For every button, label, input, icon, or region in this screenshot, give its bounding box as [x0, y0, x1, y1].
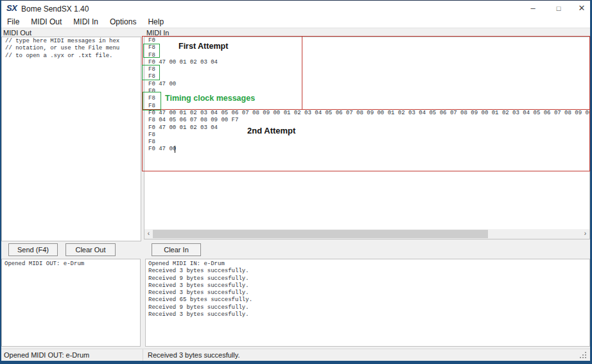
- midi-in-log: Opened MIDI IN: e-Drum Received 3 bytes …: [145, 259, 590, 347]
- midi-in-editor[interactable]: F0 F8 F8 F0 47 00 01 02 03 04 F8 F8 F0 4…: [144, 37, 590, 239]
- window-border-top: [0, 0, 592, 1]
- menu-item-help[interactable]: Help: [142, 16, 170, 28]
- maximize-icon: □: [557, 4, 561, 12]
- midi-in-line: F8: [148, 132, 589, 139]
- app-window: SX Bome SendSX 1.40 – □ ✕ File MIDI Out …: [0, 0, 592, 364]
- close-icon: ✕: [579, 3, 586, 13]
- status-divider: [143, 349, 143, 361]
- midi-in-line: F8: [148, 95, 589, 102]
- midi-in-line: F8: [148, 103, 589, 110]
- midi-out-line: // notation, or use the File menu: [5, 45, 141, 52]
- menu-item-options[interactable]: Options: [104, 16, 142, 28]
- midi-in-line: F0: [148, 88, 589, 95]
- log-line: Received 3 bytes succesfully.: [148, 282, 589, 290]
- log-line: Received 3 bytes succesfully.: [148, 268, 589, 275]
- midi-out-line: // type here MIDI messages in hex: [5, 38, 141, 45]
- midi-in-line: F8: [148, 139, 589, 146]
- send-button[interactable]: Send (F4): [8, 243, 58, 256]
- scroll-right-icon: ›: [584, 230, 586, 237]
- midi-in-line: F0: [148, 37, 589, 44]
- window-title: Bome SendSX 1.40: [21, 4, 89, 13]
- minimize-icon: –: [530, 3, 535, 13]
- window-border-bottom: [0, 361, 592, 364]
- close-button[interactable]: ✕: [571, 1, 592, 16]
- status-midi-out: Opened MIDI OUT: e-Drum: [4, 351, 89, 359]
- log-line: Received 65 bytes succesfully.: [148, 297, 589, 304]
- midi-out-pane-header: MIDI Out: [3, 29, 31, 37]
- log-line: Opened MIDI OUT: e-Drum: [4, 261, 140, 268]
- clear-out-button[interactable]: Clear Out: [65, 243, 116, 256]
- midi-in-pane-header: MIDI In: [146, 29, 169, 37]
- scroll-left-icon: ‹: [148, 230, 150, 237]
- log-line: Opened MIDI IN: e-Drum: [148, 261, 589, 268]
- menu-item-midi-out[interactable]: MIDI Out: [25, 16, 67, 28]
- minimize-button[interactable]: –: [523, 1, 543, 16]
- midi-in-line: F0 47 00: [148, 81, 589, 88]
- midi-out-log: Opened MIDI OUT: e-Drum: [1, 259, 141, 347]
- resize-grip-icon[interactable]: [585, 357, 586, 358]
- log-line: Received 3 bytes succesfully.: [148, 311, 589, 318]
- log-line: Received 3 bytes succesfully.: [148, 290, 589, 297]
- title-bar[interactable]: SX Bome SendSX 1.40 – □ ✕: [1, 1, 590, 16]
- midi-in-line: F0 47 00: [148, 146, 589, 153]
- pane-header-strip: MIDI Out MIDI In: [1, 28, 590, 37]
- status-bar: Opened MIDI OUT: e-Drum Received 3 bytes…: [1, 349, 590, 361]
- midi-in-line: F8: [148, 52, 589, 59]
- midi-in-line: F8: [148, 66, 589, 73]
- window-border-left: [0, 0, 1, 364]
- midi-in-line: F0 47 00 01 02 03 04: [148, 59, 589, 66]
- maximize-button[interactable]: □: [548, 1, 569, 16]
- scroll-right-button[interactable]: ›: [581, 229, 589, 239]
- midi-in-line: F8: [148, 44, 589, 51]
- app-icon-sx: SX: [6, 3, 17, 13]
- menu-item-file[interactable]: File: [1, 16, 25, 28]
- midi-out-line: // to open a .syx or .txt file.: [5, 53, 141, 60]
- midi-in-line: F8: [148, 73, 589, 80]
- menu-item-midi-in[interactable]: MIDI In: [67, 16, 104, 28]
- scroll-left-button[interactable]: ‹: [144, 229, 153, 239]
- midi-out-editor[interactable]: // type here MIDI messages in hex // not…: [1, 37, 141, 241]
- menu-bar: File MIDI Out MIDI In Options Help: [1, 16, 590, 28]
- midi-in-horizontal-scrollbar[interactable]: ‹ ›: [144, 229, 590, 239]
- midi-in-line: F0 47 00 01 02 03 04 05 06 07 08 09 00 0…: [148, 110, 589, 117]
- midi-in-line: F8 04 05 06 07 08 09 00 F7: [148, 117, 589, 124]
- scrollbar-thumb[interactable]: [153, 230, 488, 238]
- status-midi-in: Received 3 bytes succesfully.: [148, 351, 239, 359]
- clear-in-button[interactable]: Clear In: [152, 243, 201, 256]
- log-line: Received 9 bytes succesfully.: [148, 304, 589, 311]
- log-line: Received 9 bytes succesfully.: [148, 275, 589, 282]
- midi-in-line: F0 47 00 01 02 03 04: [148, 125, 589, 132]
